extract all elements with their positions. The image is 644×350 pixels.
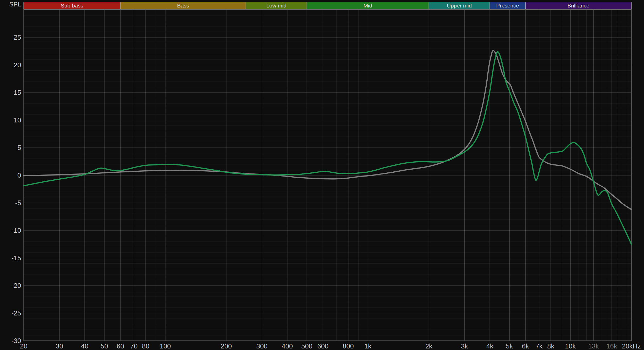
y-tick-label: -10: [11, 227, 21, 234]
frequency-response-chart: SPL Sub bassBassLow midMidUpper midPrese…: [0, 0, 644, 350]
band-label: Mid: [363, 3, 372, 9]
x-tick-label: 20kHz: [622, 342, 641, 350]
band-label: Sub bass: [61, 3, 83, 9]
band-label: Bass: [177, 3, 189, 9]
x-tick-label: 7k: [536, 342, 543, 350]
y-tick-label: 25: [14, 34, 21, 41]
x-tick-label: 70: [130, 342, 138, 350]
x-tick-label: 10k: [565, 342, 576, 350]
y-tick-label: -15: [11, 254, 21, 262]
x-tick-label: 8k: [547, 342, 554, 350]
x-tick-label: 60: [117, 342, 124, 350]
fr-graph-canvas[interactable]: Sub bassBassLow midMidUpper midPresenceB…: [0, 0, 644, 350]
x-tick-label: 40: [81, 342, 88, 350]
y-tick-label: 5: [18, 144, 21, 152]
x-tick-label: 200: [221, 342, 232, 350]
y-tick-label: -25: [11, 309, 21, 317]
x-tick-label: 600: [317, 342, 328, 350]
y-tick-label: -30: [11, 337, 21, 345]
x-tick-label: 20: [20, 342, 28, 350]
x-tick-label: 300: [256, 342, 267, 350]
band-label: Brilliance: [567, 3, 589, 9]
x-tick-label: 80: [142, 342, 149, 350]
x-tick-label: 500: [301, 342, 312, 350]
y-tick-label: 20: [14, 61, 21, 69]
x-tick-label: 16k: [606, 342, 617, 350]
band-label: Presence: [496, 3, 519, 9]
x-tick-label: 30: [56, 342, 63, 350]
band-label: Upper mid: [447, 3, 472, 9]
y-tick-label: -5: [15, 199, 21, 207]
x-tick-label: 100: [160, 342, 171, 350]
y-tick-label: 15: [14, 89, 21, 96]
band-label: Low mid: [266, 3, 286, 9]
x-tick-label: 50: [100, 342, 108, 350]
x-tick-label: 4k: [486, 342, 494, 350]
x-tick-label: 3k: [461, 342, 468, 350]
x-tick-label: 400: [282, 342, 293, 350]
gray-trace: [24, 51, 631, 209]
x-tick-label: 5k: [506, 342, 513, 350]
x-tick-label: 2k: [425, 342, 433, 350]
x-tick-label: 6k: [522, 342, 529, 350]
x-tick-label: 13k: [588, 342, 599, 350]
y-tick-label: 10: [14, 116, 21, 124]
x-tick-label: 1k: [364, 342, 371, 350]
y-tick-label: -20: [11, 282, 21, 289]
x-tick-label: 800: [343, 342, 354, 350]
y-tick-label: 0: [18, 171, 21, 179]
green-trace: [24, 52, 631, 244]
